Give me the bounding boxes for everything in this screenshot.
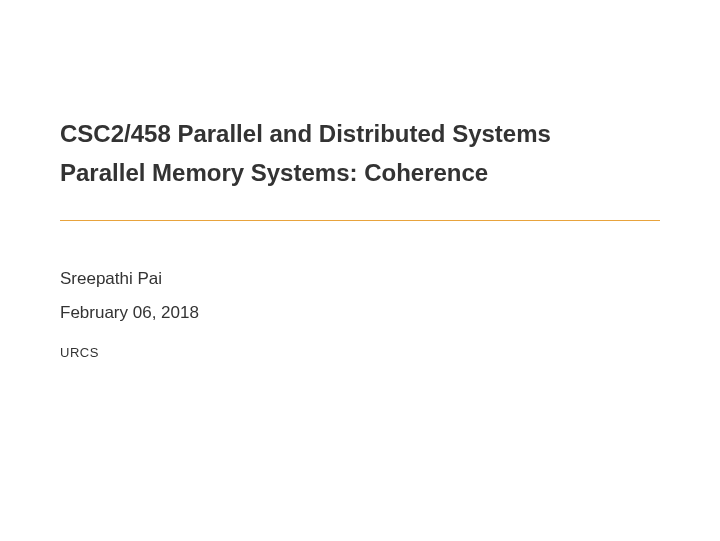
divider-rule — [60, 220, 660, 221]
institution: URCS — [60, 345, 660, 360]
author-name: Sreepathi Pai — [60, 269, 660, 289]
course-title: CSC2/458 Parallel and Distributed System… — [60, 118, 660, 149]
title-slide: CSC2/458 Parallel and Distributed System… — [0, 0, 720, 541]
lecture-title: Parallel Memory Systems: Coherence — [60, 157, 660, 188]
lecture-date: February 06, 2018 — [60, 303, 660, 323]
